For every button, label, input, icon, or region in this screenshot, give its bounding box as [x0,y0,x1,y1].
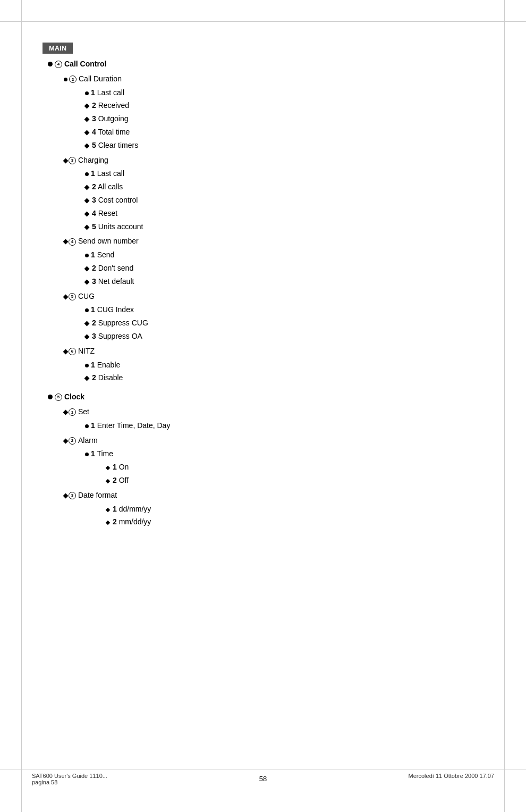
bullet-cd1 [85,91,89,95]
cd2-label: 2 Received [92,99,129,112]
ch1-label: 1 Last call [91,168,124,180]
call-control-label: Call Control [64,58,106,71]
footer: SAT600 User's Guide 1110... pagina 58 Me… [0,773,526,785]
alarm-time-label: 1 Time [91,448,113,461]
level3-alarm-time: 1 Time [85,448,483,461]
cd5-label: 5 Clear timers [92,139,138,152]
bullet-call-duration: 2 [64,76,77,83]
level3-cug3: 3 Suppress OA [85,330,483,343]
bullet-nitz2 [85,376,90,380]
bullet-at1 [106,466,111,470]
cd4-label: 4 Total time [92,126,130,139]
sn1-label: 1 Send [91,249,114,262]
cug-label: CUG [78,290,95,303]
bullet-cug3 [85,335,90,339]
dot-icon [48,62,53,66]
df1-label: 1 dd/mm/yy [113,503,151,516]
ch2-label: 2 All calls [92,181,123,194]
diamond-icon [106,521,110,525]
level1-call-control: 4 Call Control [48,58,483,71]
level3-cug1: 1 CUG Index [85,304,483,316]
set1-label: 1 Enter Time, Date, Day [91,420,170,432]
border-left [21,0,22,812]
bullet-send-own-number: 4 [64,238,76,246]
bullet-cug1 [85,308,89,312]
border-top [0,21,526,22]
diamond-icon [84,334,90,339]
cd3-label: 3 Outgoing [92,113,129,125]
diamond-icon [63,294,69,299]
bullet-cd2 [85,104,90,108]
alarm-label: Alarm [78,434,98,447]
diamond-icon [84,224,90,230]
bullet-sn1 [85,254,89,257]
diamond-icon [84,376,90,381]
circle-3b-icon: 3 [69,492,76,499]
level3-sn1: 1 Send [85,249,483,262]
level4-at1: 1 On [106,461,483,474]
bullet-clock: 5 [48,394,62,401]
ch3-label: 3 Cost control [92,194,138,207]
diamond-icon [84,104,90,109]
circle-6-icon: 6 [69,348,76,355]
level3-ch3: 3 Cost control [85,194,483,207]
level2-nitz: 6 NITZ [64,345,483,358]
call-duration-label: Call Duration [79,73,122,86]
dot-icon [64,78,67,81]
main-content: MAIN 4 Call Control 2 Call Duration [43,43,483,529]
diamond-icon [63,239,69,245]
level3-nitz1: 1 Enable [85,359,483,372]
bullet-sn3 [85,280,90,284]
level1-clock: 5 Clock [48,391,483,404]
level3-sn2: 2 Don't send [85,262,483,275]
bullet-alarm-time [85,453,89,456]
main-header-box: MAIN [43,43,73,54]
ch5-label: 5 Units account [92,221,143,233]
bullet-nitz1 [85,364,89,367]
bullet-cug: 5 [64,293,76,300]
level3-cd5: 5 Clear timers [85,139,483,152]
bullet-set: 1 [64,408,76,416]
bullet-ch3 [85,199,90,203]
circle-3-icon: 3 [69,157,76,164]
level3-df1: 1 dd/mm/yy [106,503,483,516]
level3-ch5: 5 Units account [85,221,483,233]
send-own-number-label: Send own number [78,235,139,248]
diamond-icon [84,266,90,272]
level3-ch2: 2 All calls [85,181,483,194]
bullet-cd4 [85,131,90,135]
dot-icon [85,453,89,456]
diamond-icon [63,493,69,498]
dot-icon [48,395,53,399]
at2-label: 2 Off [113,474,129,487]
border-right [504,0,505,812]
circle-2b-icon: 2 [69,437,76,445]
bullet-ch1 [85,172,89,176]
level3-cd3: 3 Outgoing [85,113,483,125]
bullet-ch2 [85,186,90,189]
bullet-nitz: 6 [64,348,76,355]
dot-icon [85,424,89,428]
diamond-icon [63,349,69,354]
dot-icon [85,364,89,367]
diamond-icon [106,479,110,483]
bullet-call-control: 4 [48,61,62,68]
level3-df2: 2 mm/dd/yy [106,516,483,529]
bullet-ch5 [85,225,90,229]
sn2-label: 2 Don't send [92,262,133,275]
bullet-cd3 [85,118,90,121]
bullet-df2 [106,521,111,524]
cug1-label: 1 CUG Index [91,304,134,316]
dot-icon [85,308,89,312]
footer-left-text: SAT600 User's Guide 1110... [32,773,107,779]
level2-send-own-number: 4 Send own number [64,235,483,248]
footer-left: SAT600 User's Guide 1110... pagina 58 [32,773,107,785]
cug3-label: 3 Suppress OA [92,330,142,343]
cug2-label: 2 Suppress CUG [92,317,148,330]
level3-set1: 1 Enter Time, Date, Day [85,420,483,432]
diamond-icon [63,438,69,443]
dot-icon [85,91,89,95]
level3-cd2: 2 Received [85,99,483,112]
main-label: MAIN [49,44,66,52]
diamond-icon [63,158,69,163]
